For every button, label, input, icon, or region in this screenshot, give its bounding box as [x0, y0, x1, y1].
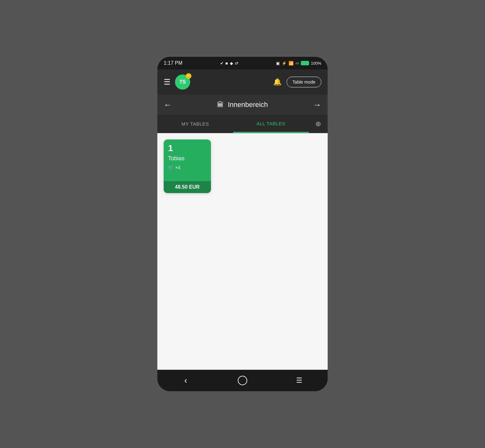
table-number: 1: [168, 144, 207, 153]
status-time: 1:17 PM: [164, 60, 183, 66]
tab-all-tables[interactable]: ALL TABLES: [233, 115, 309, 133]
avatar-initials: TS: [179, 79, 186, 85]
status-icons-right: ▣ ⚡ 📶 ▭ 100%: [276, 61, 321, 66]
square-icon: ■: [225, 61, 228, 66]
home-circle-icon: [238, 376, 247, 385]
arrows-icon: ⇄: [235, 61, 238, 66]
hamburger-nav-icon: ☰: [296, 376, 302, 385]
bottom-nav: ‹ ☰: [157, 370, 328, 391]
diamond-icon: ◆: [230, 61, 233, 66]
phone-frame: 1:17 PM ✔ ■ ◆ ⇄ ▣ ⚡ 📶 ▭ 100% ☰ TS 🔑: [157, 57, 328, 391]
tabs-bar: MY TABLES ALL TABLES ⊕: [157, 115, 328, 133]
wifi-icon: 📶: [289, 61, 294, 66]
cart-icon: 🛒: [168, 165, 173, 170]
location-center: 🏛 Innenbereich: [217, 101, 268, 109]
header-left: ☰ TS 🔑: [164, 74, 190, 90]
tab-my-tables[interactable]: MY TABLES: [157, 115, 233, 133]
avatar-badge: 🔑: [186, 73, 191, 79]
back-button[interactable]: ‹: [176, 371, 195, 390]
table-name: Tobias: [168, 155, 207, 162]
battery-percent: 100%: [311, 61, 321, 66]
table-card-top: 1 Tobias 🛒 ×4: [164, 139, 211, 181]
hamburger-button[interactable]: ☰: [164, 78, 171, 86]
check-icon: ✔: [220, 61, 224, 66]
cast-icon: ▣: [276, 61, 280, 66]
home-button[interactable]: [233, 371, 252, 390]
notification-bell-icon[interactable]: 🔔: [273, 78, 282, 86]
guest-count: ×4: [175, 165, 180, 170]
status-bar: 1:17 PM ✔ ■ ◆ ⇄ ▣ ⚡ 📶 ▭ 100%: [157, 57, 328, 69]
bluetooth-icon: ⚡: [282, 61, 287, 66]
avatar[interactable]: TS 🔑: [175, 74, 190, 90]
main-content: 1 Tobias 🛒 ×4 48.50 EUR: [157, 133, 328, 370]
sim-icon: ▭: [295, 61, 299, 65]
table-mode-button[interactable]: Table mode: [287, 77, 321, 87]
table-card-bottom: 48.50 EUR: [164, 181, 211, 193]
menu-button[interactable]: ☰: [290, 371, 309, 390]
back-arrow-nav-icon: ‹: [184, 375, 187, 386]
location-bar: ← 🏛 Innenbereich →: [157, 95, 328, 115]
back-arrow-button[interactable]: ←: [164, 100, 172, 110]
building-icon: 🏛: [217, 101, 224, 109]
forward-arrow-button[interactable]: →: [313, 100, 321, 110]
joystick-icon: ⊕: [315, 120, 321, 128]
location-title: Innenbereich: [228, 101, 268, 109]
battery-icon: [301, 61, 309, 65]
header-right: 🔔 Table mode: [273, 77, 321, 87]
status-icons-left: ✔ ■ ◆ ⇄: [220, 61, 238, 66]
app-header: ☰ TS 🔑 🔔 Table mode: [157, 69, 328, 95]
layout-icon-button[interactable]: ⊕: [309, 115, 328, 133]
table-amount: 48.50 EUR: [175, 184, 200, 190]
table-card[interactable]: 1 Tobias 🛒 ×4 48.50 EUR: [164, 139, 211, 193]
table-guests: 🛒 ×4: [168, 165, 207, 170]
